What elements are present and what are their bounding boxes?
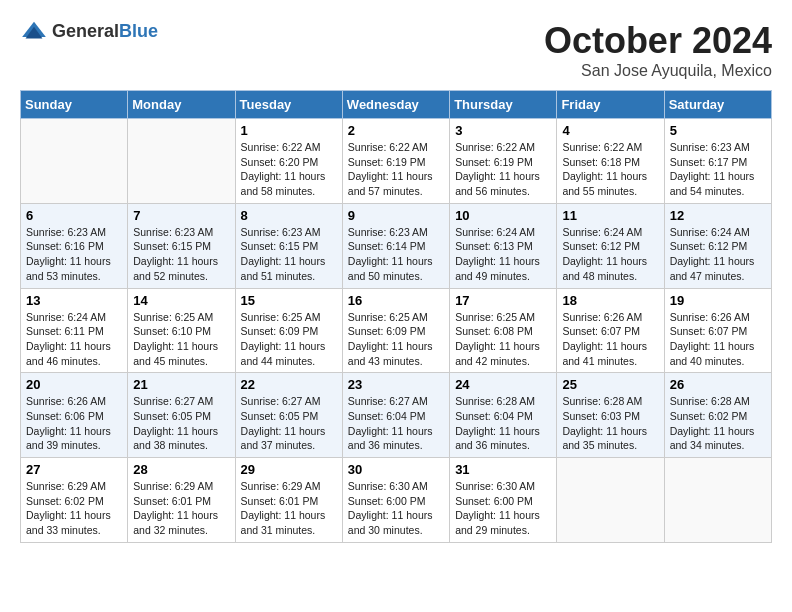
day-info: Sunrise: 6:23 AMSunset: 6:15 PMDaylight:… xyxy=(133,225,229,284)
day-number: 13 xyxy=(26,293,122,308)
day-number: 25 xyxy=(562,377,658,392)
day-info: Sunrise: 6:30 AMSunset: 6:00 PMDaylight:… xyxy=(455,479,551,538)
day-number: 6 xyxy=(26,208,122,223)
calendar-cell: 23Sunrise: 6:27 AMSunset: 6:04 PMDayligh… xyxy=(342,373,449,458)
calendar-cell: 3Sunrise: 6:22 AMSunset: 6:19 PMDaylight… xyxy=(450,119,557,204)
calendar-cell: 21Sunrise: 6:27 AMSunset: 6:05 PMDayligh… xyxy=(128,373,235,458)
day-info: Sunrise: 6:27 AMSunset: 6:04 PMDaylight:… xyxy=(348,394,444,453)
day-number: 17 xyxy=(455,293,551,308)
day-info: Sunrise: 6:27 AMSunset: 6:05 PMDaylight:… xyxy=(133,394,229,453)
day-info: Sunrise: 6:22 AMSunset: 6:19 PMDaylight:… xyxy=(348,140,444,199)
calendar-header-row: Sunday Monday Tuesday Wednesday Thursday… xyxy=(21,91,772,119)
day-info: Sunrise: 6:29 AMSunset: 6:01 PMDaylight:… xyxy=(241,479,337,538)
day-number: 18 xyxy=(562,293,658,308)
logo-general: General xyxy=(52,21,119,41)
calendar-cell: 9Sunrise: 6:23 AMSunset: 6:14 PMDaylight… xyxy=(342,203,449,288)
calendar-cell xyxy=(557,458,664,543)
day-info: Sunrise: 6:30 AMSunset: 6:00 PMDaylight:… xyxy=(348,479,444,538)
day-number: 7 xyxy=(133,208,229,223)
col-sunday: Sunday xyxy=(21,91,128,119)
logo-text: GeneralBlue xyxy=(52,21,158,42)
calendar-cell: 4Sunrise: 6:22 AMSunset: 6:18 PMDaylight… xyxy=(557,119,664,204)
day-number: 22 xyxy=(241,377,337,392)
day-info: Sunrise: 6:23 AMSunset: 6:15 PMDaylight:… xyxy=(241,225,337,284)
day-info: Sunrise: 6:26 AMSunset: 6:07 PMDaylight:… xyxy=(670,310,766,369)
logo-blue: Blue xyxy=(119,21,158,41)
calendar-cell: 16Sunrise: 6:25 AMSunset: 6:09 PMDayligh… xyxy=(342,288,449,373)
calendar-cell: 31Sunrise: 6:30 AMSunset: 6:00 PMDayligh… xyxy=(450,458,557,543)
day-number: 20 xyxy=(26,377,122,392)
calendar-cell: 7Sunrise: 6:23 AMSunset: 6:15 PMDaylight… xyxy=(128,203,235,288)
day-info: Sunrise: 6:23 AMSunset: 6:17 PMDaylight:… xyxy=(670,140,766,199)
logo-icon xyxy=(20,20,48,42)
calendar-cell: 24Sunrise: 6:28 AMSunset: 6:04 PMDayligh… xyxy=(450,373,557,458)
day-info: Sunrise: 6:25 AMSunset: 6:09 PMDaylight:… xyxy=(241,310,337,369)
day-number: 21 xyxy=(133,377,229,392)
calendar-cell: 30Sunrise: 6:30 AMSunset: 6:00 PMDayligh… xyxy=(342,458,449,543)
calendar-cell: 27Sunrise: 6:29 AMSunset: 6:02 PMDayligh… xyxy=(21,458,128,543)
day-number: 30 xyxy=(348,462,444,477)
day-number: 31 xyxy=(455,462,551,477)
calendar-cell: 12Sunrise: 6:24 AMSunset: 6:12 PMDayligh… xyxy=(664,203,771,288)
day-number: 4 xyxy=(562,123,658,138)
calendar-cell: 19Sunrise: 6:26 AMSunset: 6:07 PMDayligh… xyxy=(664,288,771,373)
day-info: Sunrise: 6:28 AMSunset: 6:03 PMDaylight:… xyxy=(562,394,658,453)
calendar-cell xyxy=(128,119,235,204)
month-title: October 2024 xyxy=(544,20,772,62)
calendar-week-row: 20Sunrise: 6:26 AMSunset: 6:06 PMDayligh… xyxy=(21,373,772,458)
day-number: 27 xyxy=(26,462,122,477)
calendar: Sunday Monday Tuesday Wednesday Thursday… xyxy=(20,90,772,543)
calendar-cell: 22Sunrise: 6:27 AMSunset: 6:05 PMDayligh… xyxy=(235,373,342,458)
day-number: 16 xyxy=(348,293,444,308)
day-number: 2 xyxy=(348,123,444,138)
calendar-cell: 8Sunrise: 6:23 AMSunset: 6:15 PMDaylight… xyxy=(235,203,342,288)
day-number: 1 xyxy=(241,123,337,138)
col-monday: Monday xyxy=(128,91,235,119)
day-info: Sunrise: 6:22 AMSunset: 6:19 PMDaylight:… xyxy=(455,140,551,199)
day-number: 9 xyxy=(348,208,444,223)
day-number: 10 xyxy=(455,208,551,223)
calendar-week-row: 1Sunrise: 6:22 AMSunset: 6:20 PMDaylight… xyxy=(21,119,772,204)
day-info: Sunrise: 6:26 AMSunset: 6:07 PMDaylight:… xyxy=(562,310,658,369)
day-info: Sunrise: 6:28 AMSunset: 6:04 PMDaylight:… xyxy=(455,394,551,453)
calendar-week-row: 6Sunrise: 6:23 AMSunset: 6:16 PMDaylight… xyxy=(21,203,772,288)
day-info: Sunrise: 6:23 AMSunset: 6:14 PMDaylight:… xyxy=(348,225,444,284)
day-info: Sunrise: 6:23 AMSunset: 6:16 PMDaylight:… xyxy=(26,225,122,284)
day-number: 23 xyxy=(348,377,444,392)
calendar-cell: 25Sunrise: 6:28 AMSunset: 6:03 PMDayligh… xyxy=(557,373,664,458)
location-title: San Jose Ayuquila, Mexico xyxy=(544,62,772,80)
calendar-cell: 14Sunrise: 6:25 AMSunset: 6:10 PMDayligh… xyxy=(128,288,235,373)
day-number: 14 xyxy=(133,293,229,308)
calendar-cell: 17Sunrise: 6:25 AMSunset: 6:08 PMDayligh… xyxy=(450,288,557,373)
day-info: Sunrise: 6:26 AMSunset: 6:06 PMDaylight:… xyxy=(26,394,122,453)
col-thursday: Thursday xyxy=(450,91,557,119)
calendar-cell: 5Sunrise: 6:23 AMSunset: 6:17 PMDaylight… xyxy=(664,119,771,204)
day-info: Sunrise: 6:22 AMSunset: 6:18 PMDaylight:… xyxy=(562,140,658,199)
calendar-cell: 11Sunrise: 6:24 AMSunset: 6:12 PMDayligh… xyxy=(557,203,664,288)
calendar-cell: 6Sunrise: 6:23 AMSunset: 6:16 PMDaylight… xyxy=(21,203,128,288)
logo: GeneralBlue xyxy=(20,20,158,42)
day-number: 26 xyxy=(670,377,766,392)
day-info: Sunrise: 6:22 AMSunset: 6:20 PMDaylight:… xyxy=(241,140,337,199)
col-saturday: Saturday xyxy=(664,91,771,119)
calendar-cell: 28Sunrise: 6:29 AMSunset: 6:01 PMDayligh… xyxy=(128,458,235,543)
day-info: Sunrise: 6:24 AMSunset: 6:11 PMDaylight:… xyxy=(26,310,122,369)
day-number: 28 xyxy=(133,462,229,477)
calendar-cell: 20Sunrise: 6:26 AMSunset: 6:06 PMDayligh… xyxy=(21,373,128,458)
calendar-cell: 18Sunrise: 6:26 AMSunset: 6:07 PMDayligh… xyxy=(557,288,664,373)
day-info: Sunrise: 6:24 AMSunset: 6:12 PMDaylight:… xyxy=(670,225,766,284)
day-number: 5 xyxy=(670,123,766,138)
calendar-cell: 10Sunrise: 6:24 AMSunset: 6:13 PMDayligh… xyxy=(450,203,557,288)
col-friday: Friday xyxy=(557,91,664,119)
title-area: October 2024 San Jose Ayuquila, Mexico xyxy=(544,20,772,80)
calendar-cell: 29Sunrise: 6:29 AMSunset: 6:01 PMDayligh… xyxy=(235,458,342,543)
day-info: Sunrise: 6:28 AMSunset: 6:02 PMDaylight:… xyxy=(670,394,766,453)
day-info: Sunrise: 6:27 AMSunset: 6:05 PMDaylight:… xyxy=(241,394,337,453)
day-info: Sunrise: 6:24 AMSunset: 6:13 PMDaylight:… xyxy=(455,225,551,284)
day-info: Sunrise: 6:25 AMSunset: 6:08 PMDaylight:… xyxy=(455,310,551,369)
col-tuesday: Tuesday xyxy=(235,91,342,119)
calendar-cell: 13Sunrise: 6:24 AMSunset: 6:11 PMDayligh… xyxy=(21,288,128,373)
day-number: 11 xyxy=(562,208,658,223)
calendar-cell: 2Sunrise: 6:22 AMSunset: 6:19 PMDaylight… xyxy=(342,119,449,204)
day-number: 29 xyxy=(241,462,337,477)
